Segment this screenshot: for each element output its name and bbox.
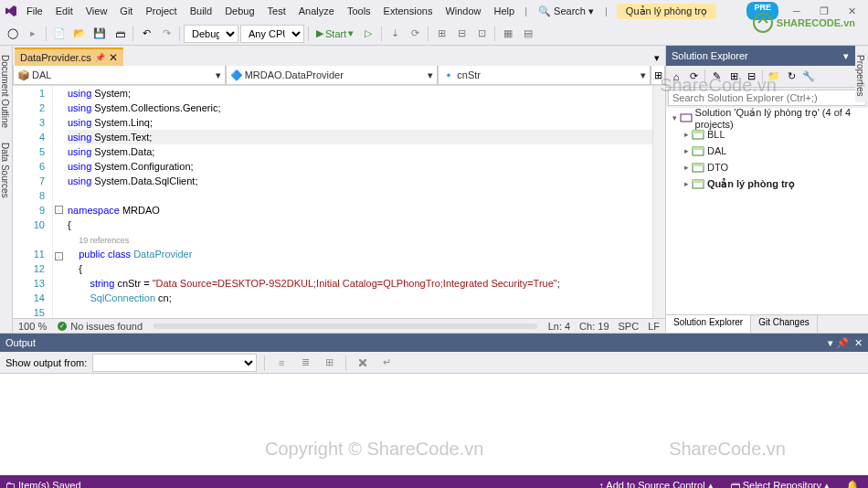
menu-help[interactable]: Help — [488, 3, 522, 19]
panel-opts-icon[interactable]: ▾ — [843, 50, 849, 61]
vertical-scrollbar[interactable] — [652, 86, 665, 318]
select-repo-button[interactable]: 🗃 Select Repository ▴ — [726, 480, 833, 489]
redo-icon[interactable]: ↷ — [157, 25, 175, 43]
svg-rect-6 — [693, 164, 704, 166]
pen-icon[interactable]: ✎ — [708, 69, 725, 85]
output-wrap-icon[interactable]: ↵ — [377, 354, 396, 372]
tree-project[interactable]: ▸DTO — [666, 159, 868, 175]
home-icon[interactable]: ⌂ — [668, 69, 684, 85]
close-tab-icon[interactable]: ✕ — [109, 51, 118, 64]
editor: DataProvider.cs 📌 ✕ ▾ 📦DAL▾ 🔷MRDAO.DataP… — [13, 46, 665, 333]
spaces-indicator[interactable]: SPC — [619, 321, 640, 332]
output-from-label: Show output from: — [5, 357, 87, 368]
status-left: 🗀 Item(s) Saved — [5, 480, 81, 488]
col-indicator[interactable]: Ch: 19 — [579, 321, 609, 332]
collapse-icon[interactable]: ⊟ — [743, 69, 759, 85]
vs-statusbar: 🗀 Item(s) Saved ↑ Add to Source Control … — [0, 475, 868, 488]
solution-explorer-panel: Solution Explorer ▾✕ ⌂ ⟳ ✎ ⊞ ⊟ 📁 ↻ 🔧 ▾ S… — [665, 46, 868, 333]
panel-toolbar: ⌂ ⟳ ✎ ⊞ ⊟ 📁 ↻ 🔧 — [666, 66, 868, 88]
tool-icon-1[interactable]: ⊞ — [432, 25, 450, 43]
tab-solution-explorer[interactable]: Solution Explorer — [666, 315, 751, 333]
open-icon[interactable]: 📂 — [70, 25, 89, 43]
output-clear-icon[interactable]: 🗙 — [354, 354, 372, 372]
svg-rect-0 — [681, 114, 692, 122]
search-button[interactable]: 🔍 Search ▾ — [531, 4, 601, 19]
solution-tree: ▾ Solution 'Quản lý phòng trọ' (4 of 4 p… — [666, 108, 868, 314]
maximize-button[interactable]: ❐ — [811, 2, 837, 20]
zoom-label[interactable]: 100 % — [18, 321, 47, 332]
show-all-icon[interactable]: 📁 — [766, 69, 782, 85]
properties-icon[interactable]: 🔧 — [800, 69, 817, 85]
nav-back-icon[interactable]: ◯ — [4, 25, 22, 43]
output-pin-icon[interactable]: ▾ 📌 — [828, 337, 849, 348]
nav-class-select[interactable]: 🔷MRDAO.DataProvider▾ — [226, 66, 439, 85]
issues-indicator[interactable]: ✓No issues found — [58, 321, 143, 332]
minimize-button[interactable]: ─ — [784, 2, 810, 20]
panel-search — [666, 88, 868, 108]
menu-view[interactable]: View — [79, 3, 114, 19]
new-file-icon[interactable]: 📄 — [50, 25, 69, 43]
side-tab-properties[interactable]: Properties — [855, 49, 865, 102]
tab-overflow-icon[interactable]: ▾ — [649, 50, 665, 66]
sync-icon[interactable]: ⟳ — [685, 69, 702, 85]
tool-icon-2[interactable]: ⊟ — [452, 25, 471, 43]
menu-extensions[interactable]: Extensions — [377, 3, 439, 19]
source-control-button[interactable]: ↑ Add to Source Control ▴ — [595, 480, 716, 489]
tree-project[interactable]: ▸Quản lý phòng trọ — [666, 175, 868, 192]
menu-project[interactable]: Project — [139, 3, 183, 19]
eol-indicator[interactable]: LF — [648, 321, 660, 332]
app-title: Quản lý phòng trọ — [617, 4, 716, 19]
start-nodebug-icon[interactable]: ▷ — [359, 25, 377, 43]
output-close-icon[interactable]: ✕ — [854, 337, 863, 348]
main-toolbar: ◯ ▸ 📄 📂 💾 🗃 ↶ ↷ Debug Any CPU ▶ Start ▾ … — [0, 22, 868, 46]
menu-test[interactable]: Test — [261, 3, 292, 19]
menu-window[interactable]: Window — [439, 3, 487, 19]
tool-icon-3[interactable]: ⊡ — [472, 25, 491, 43]
config-select[interactable]: Debug — [184, 25, 238, 43]
output-tool-2[interactable]: ≣ — [296, 354, 314, 372]
close-button[interactable]: ✕ — [839, 2, 864, 20]
start-debug-button[interactable]: ▶ Start ▾ — [312, 27, 357, 39]
tree-project[interactable]: ▸DAL — [666, 143, 868, 159]
line-indicator[interactable]: Ln: 4 — [548, 321, 570, 332]
output-source-select[interactable] — [92, 354, 257, 372]
undo-icon[interactable]: ↶ — [137, 25, 155, 43]
refresh-icon[interactable]: ↻ — [783, 69, 799, 85]
side-tab-doc-outline[interactable]: Document Outline — [0, 49, 12, 133]
preview-badge: PRE — [746, 2, 778, 20]
save-all-icon[interactable]: 🗃 — [111, 25, 129, 43]
menu-analyze[interactable]: Analyze — [292, 3, 341, 19]
right-side-tabs: Properties — [855, 46, 868, 102]
nav-fwd-icon[interactable]: ▸ — [24, 25, 42, 43]
solution-search-input[interactable] — [668, 90, 866, 106]
step-over-icon[interactable]: ⟳ — [406, 25, 424, 43]
platform-select[interactable]: Any CPU — [240, 25, 304, 43]
save-icon[interactable]: 💾 — [90, 25, 109, 43]
tool-icon-5[interactable]: ▤ — [519, 25, 537, 43]
code-editor[interactable]: 1234567891011121314151617181920212223242… — [13, 86, 665, 318]
output-tool-3[interactable]: ⊞ — [320, 354, 338, 372]
menu-file[interactable]: File — [20, 3, 49, 19]
main-menu: FileEditViewGitProjectBuildDebugTestAnal… — [20, 5, 521, 16]
nav-project-select[interactable]: 📦DAL▾ — [13, 66, 226, 85]
tree-solution-root[interactable]: ▾ Solution 'Quản lý phòng trọ' (4 of 4 p… — [666, 110, 868, 126]
notifications-icon[interactable]: 🔔 — [842, 480, 863, 489]
menu-git[interactable]: Git — [113, 3, 139, 19]
tab-git-changes[interactable]: Git Changes — [751, 315, 818, 333]
output-title: Output — [5, 337, 36, 348]
tool-icon-4[interactable]: ▦ — [499, 25, 517, 43]
side-tab-data-sources[interactable]: Data Sources — [0, 137, 12, 204]
pin-icon[interactable]: 📌 — [95, 53, 105, 62]
nav-split-icon[interactable]: ⊞ — [651, 66, 665, 85]
menu-build[interactable]: Build — [184, 3, 218, 19]
file-tabs: DataProvider.cs 📌 ✕ ▾ — [13, 46, 665, 66]
output-tool-1[interactable]: ≡ — [272, 354, 291, 372]
file-tab-active[interactable]: DataProvider.cs 📌 ✕ — [15, 48, 123, 66]
step-icon[interactable]: ⇣ — [386, 25, 404, 43]
nav-member-select[interactable]: 🔹cnStr▾ — [438, 66, 651, 85]
menu-edit[interactable]: Edit — [49, 3, 79, 19]
menu-debug[interactable]: Debug — [218, 3, 260, 19]
filter-icon[interactable]: ⊞ — [725, 69, 742, 85]
output-body[interactable] — [0, 374, 868, 475]
menu-tools[interactable]: Tools — [341, 3, 377, 19]
